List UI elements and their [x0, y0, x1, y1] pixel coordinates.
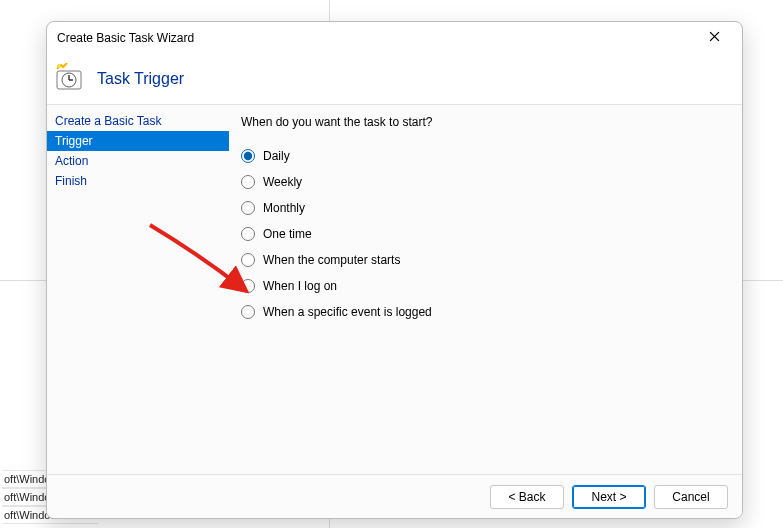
wizard-step-action[interactable]: Action [47, 151, 229, 171]
close-button[interactable] [696, 24, 732, 52]
wizard-content: When do you want the task to start? Dail… [229, 105, 742, 474]
trigger-radio-event-logged[interactable] [241, 305, 255, 319]
trigger-label-log-on[interactable]: When I log on [263, 279, 337, 293]
trigger-radio-computer-starts[interactable] [241, 253, 255, 267]
trigger-radio-weekly[interactable] [241, 175, 255, 189]
close-icon [709, 31, 720, 45]
wizard-header: Task Trigger [47, 54, 742, 104]
wizard-step-trigger[interactable]: Trigger [47, 131, 229, 151]
radio-row: Weekly [241, 169, 730, 195]
wizard-footer: < Back Next > Cancel [47, 474, 742, 518]
trigger-label-monthly[interactable]: Monthly [263, 201, 305, 215]
titlebar: Create Basic Task Wizard [47, 22, 742, 54]
radio-row: Daily [241, 143, 730, 169]
window-title: Create Basic Task Wizard [57, 31, 194, 45]
wizard-step-finish[interactable]: Finish [47, 171, 229, 191]
trigger-label-daily[interactable]: Daily [263, 149, 290, 163]
trigger-radio-monthly[interactable] [241, 201, 255, 215]
trigger-label-weekly[interactable]: Weekly [263, 175, 302, 189]
wizard-step-create[interactable]: Create a Basic Task [47, 111, 229, 131]
trigger-label-onetime[interactable]: One time [263, 227, 312, 241]
cancel-button[interactable]: Cancel [654, 485, 728, 509]
svg-point-4 [57, 64, 61, 68]
radio-row: Monthly [241, 195, 730, 221]
wizard-header-title: Task Trigger [97, 70, 184, 88]
radio-row: When I log on [241, 273, 730, 299]
trigger-label-computer-starts[interactable]: When the computer starts [263, 253, 400, 267]
trigger-radio-onetime[interactable] [241, 227, 255, 241]
trigger-radio-log-on[interactable] [241, 279, 255, 293]
wizard-dialog: Create Basic Task Wizard Task Trigger Cr… [46, 21, 743, 519]
radio-row: One time [241, 221, 730, 247]
trigger-radio-daily[interactable] [241, 149, 255, 163]
trigger-prompt: When do you want the task to start? [241, 115, 730, 129]
radio-row: When the computer starts [241, 247, 730, 273]
back-button[interactable]: < Back [490, 485, 564, 509]
task-scheduler-icon [53, 63, 85, 95]
trigger-label-event-logged[interactable]: When a specific event is logged [263, 305, 432, 319]
radio-row: When a specific event is logged [241, 299, 730, 325]
wizard-steps: Create a Basic Task Trigger Action Finis… [47, 105, 229, 474]
next-button[interactable]: Next > [572, 485, 646, 509]
wizard-body: Create a Basic Task Trigger Action Finis… [47, 105, 742, 474]
